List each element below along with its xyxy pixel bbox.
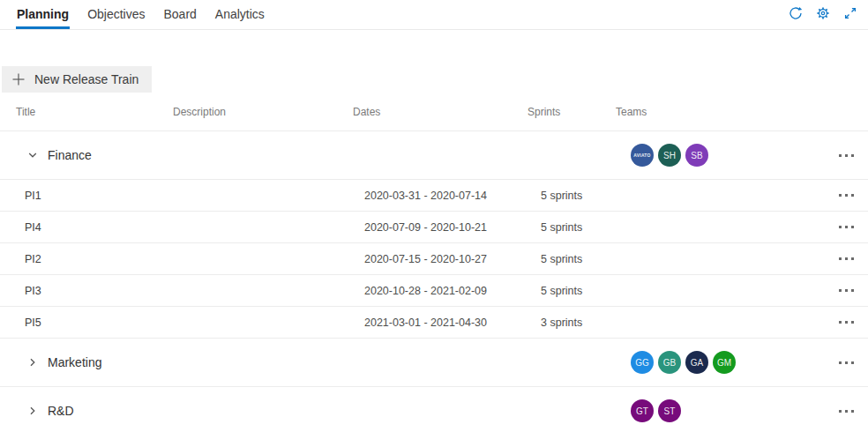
- teams-cell: GTST: [616, 399, 824, 422]
- table-row-pi5[interactable]: PI5 2021-03-01 - 2021-04-30 3 sprints: [0, 306, 868, 338]
- column-header-sprints: Sprints: [528, 106, 616, 118]
- group-title: Marketing: [48, 355, 101, 369]
- row-dates: 2020-07-09 - 2020-10-21: [353, 221, 528, 234]
- table-row-pi2[interactable]: PI2 2020-07-15 - 2020-10-27 5 sprints: [0, 242, 868, 274]
- column-header-title: Title: [0, 106, 173, 118]
- row-dates: 2021-03-01 - 2021-04-30: [353, 317, 528, 329]
- more-options-button[interactable]: [835, 284, 857, 297]
- planning-page: PlanningObjectivesBoardAnalytics: [0, 0, 868, 432]
- avatar-gg: GG: [631, 351, 654, 374]
- column-header-description: Description: [173, 106, 353, 118]
- group-title-cell: R&D: [0, 404, 173, 418]
- row-title: PI4: [0, 221, 173, 234]
- settings-button[interactable]: [814, 4, 832, 22]
- tabs: PlanningObjectivesBoardAnalytics: [16, 0, 266, 29]
- row-title: PI2: [0, 253, 173, 265]
- fullscreen-icon: [843, 10, 857, 23]
- settings-icon: [816, 10, 830, 23]
- avatar-ga: GA: [685, 351, 708, 374]
- plus-icon: [11, 72, 26, 86]
- table-row-pi4[interactable]: PI4 2020-07-09 - 2020-10-21 5 sprints: [0, 211, 868, 242]
- more-options-button[interactable]: [835, 405, 857, 418]
- refresh-button[interactable]: [787, 4, 804, 22]
- group-row-r-d[interactable]: R&D GTST: [0, 386, 868, 432]
- tab-board[interactable]: Board: [162, 0, 197, 29]
- avatar-sb: SB: [685, 144, 708, 167]
- group-title-cell: Finance: [0, 148, 173, 162]
- table-header: Title Description Dates Sprints Teams: [0, 93, 868, 130]
- row-title: PI1: [0, 190, 173, 202]
- avatar-st: ST: [658, 399, 681, 422]
- tab-objectives[interactable]: Objectives: [86, 0, 146, 29]
- avatar-sh: SH: [658, 144, 681, 167]
- more-options-button[interactable]: [835, 356, 857, 369]
- tab-bar: PlanningObjectivesBoardAnalytics: [0, 0, 868, 30]
- avatar-gb: GB: [658, 351, 681, 374]
- group-title-cell: Marketing: [0, 355, 173, 369]
- new-release-train-label: New Release Train: [34, 72, 138, 86]
- group-title: R&D: [48, 404, 74, 418]
- chevron-right-icon[interactable]: [26, 356, 39, 369]
- table-row-pi3[interactable]: PI3 2020-10-28 - 2021-02-09 5 sprints: [0, 274, 868, 306]
- more-options-button[interactable]: [835, 252, 857, 265]
- tab-planning[interactable]: Planning: [16, 0, 70, 29]
- avatar-aviato: AVIATO: [631, 144, 654, 167]
- row-sprints: 5 sprints: [528, 221, 616, 234]
- chevron-right-icon[interactable]: [26, 405, 39, 417]
- column-header-teams: Teams: [616, 106, 824, 118]
- avatar-gm: GM: [713, 351, 736, 374]
- row-dates: 2020-10-28 - 2021-02-09: [353, 285, 528, 297]
- chevron-down-icon[interactable]: [26, 149, 39, 161]
- header-actions: [787, 0, 859, 22]
- more-options-button[interactable]: [835, 149, 857, 162]
- table-row-pi1[interactable]: PI1 2020-03-31 - 2020-07-14 5 sprints: [0, 179, 868, 211]
- toolbar: New Release Train: [2, 66, 868, 93]
- tab-analytics[interactable]: Analytics: [214, 0, 266, 29]
- teams-cell: AVIATOSHSB: [616, 144, 824, 167]
- more-options-button[interactable]: [835, 189, 857, 202]
- refresh-icon: [789, 10, 803, 23]
- group-row-finance[interactable]: Finance AVIATOSHSB: [0, 130, 868, 179]
- more-options-button[interactable]: [835, 220, 857, 234]
- group-title: Finance: [48, 148, 92, 162]
- more-options-button[interactable]: [835, 316, 857, 329]
- avatar-gt: GT: [631, 399, 654, 422]
- row-dates: 2020-07-15 - 2020-10-27: [353, 253, 528, 265]
- row-sprints: 5 sprints: [528, 190, 616, 202]
- table-body: Finance AVIATOSHSB PI1 2020-03-31 - 2020…: [0, 130, 868, 432]
- new-release-train-button[interactable]: New Release Train: [2, 66, 152, 93]
- row-dates: 2020-03-31 - 2020-07-14: [353, 190, 528, 202]
- row-sprints: 5 sprints: [528, 253, 616, 265]
- group-row-marketing[interactable]: Marketing GGGBGAGM: [0, 338, 868, 386]
- row-title: PI5: [0, 317, 173, 329]
- fullscreen-button[interactable]: [842, 4, 859, 22]
- row-title: PI3: [0, 285, 173, 297]
- teams-cell: GGGBGAGM: [616, 351, 824, 374]
- column-header-dates: Dates: [353, 106, 528, 118]
- row-sprints: 3 sprints: [528, 317, 616, 329]
- row-sprints: 5 sprints: [528, 285, 616, 297]
